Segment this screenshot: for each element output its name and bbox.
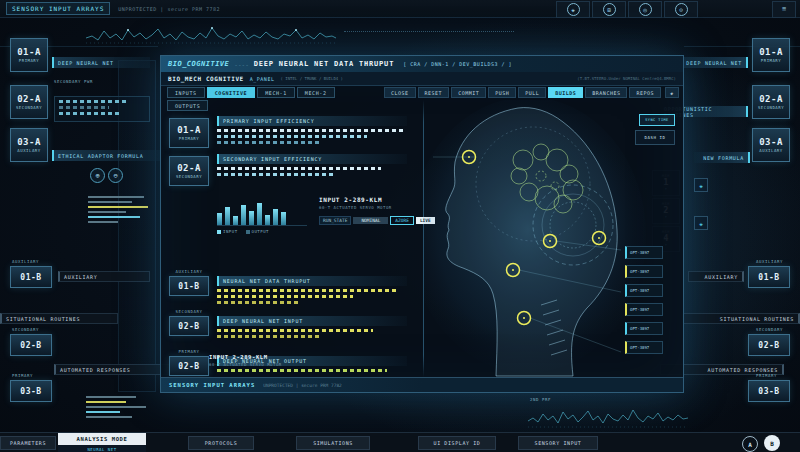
grid-button[interactable]: ⊞ xyxy=(592,1,626,18)
branches-button[interactable]: BRANCHES xyxy=(585,87,627,98)
tab-sensory-input[interactable]: SENSORY INPUT xyxy=(518,436,598,450)
opt-box[interactable]: OPT-3897 xyxy=(625,341,663,354)
slot-id-label: 03-A xyxy=(17,137,41,147)
opt-label: OPT-3897 xyxy=(630,307,649,312)
tab-analysis-mode[interactable]: ANALYSIS MODE NEURAL NET xyxy=(58,433,146,452)
left-slot-02a[interactable]: 02-A SECONDARY xyxy=(10,85,48,119)
close-button[interactable]: CLOSE xyxy=(384,87,416,98)
footer-note-subtitle: 60-T ACTUATED SERVO MOTOR xyxy=(209,362,282,367)
right-slot-01b[interactable]: 01-B xyxy=(748,266,790,288)
meter-row-02b-primary: PRIMARY 02-B DEEP NEURAL NET OUTPUT xyxy=(169,356,419,372)
diamond-icon[interactable]: ◈ xyxy=(694,216,708,230)
footer-bar-title: SENSORY INPUT ARRAYS xyxy=(169,382,255,388)
sub-title: BIO_MECH COGNITIVE xyxy=(168,75,244,82)
left-slot-01b[interactable]: 01-B xyxy=(10,266,52,288)
wslot-02a[interactable]: 02-A SECONDARY xyxy=(169,156,209,186)
right-label-primary: PRIMARY xyxy=(756,373,777,378)
left-slot-03b[interactable]: 03-B xyxy=(10,380,52,402)
azore-badge[interactable]: AZORE xyxy=(390,216,414,225)
button-a[interactable]: A xyxy=(742,436,758,452)
repos-button[interactable]: REPOS xyxy=(629,87,661,98)
tab-cognitive[interactable]: COGNITIVE xyxy=(207,87,256,98)
eq-legend: INPUT OUTPUT xyxy=(217,229,269,234)
right-tag-situational-routines: SITUATIONAL ROUTINES xyxy=(682,313,800,324)
wslot-01b[interactable]: 01-B xyxy=(169,276,209,296)
power-button[interactable]: ⊙ xyxy=(664,1,698,18)
reset-button[interactable]: RESET xyxy=(418,87,450,98)
right-slot-03a[interactable]: 03-A AUXILARY xyxy=(752,128,790,162)
target-button[interactable]: ◎ xyxy=(628,1,662,18)
run-state-value: NOMINAL xyxy=(353,217,388,224)
push-button[interactable]: PUSH xyxy=(488,87,516,98)
slot-id-label: 01-A xyxy=(17,47,41,57)
slot-id-label: 02-A xyxy=(759,94,783,104)
dash-meter xyxy=(217,329,373,332)
tab-mech-1[interactable]: MECH-1 xyxy=(257,87,295,98)
left-slot-03a[interactable]: 03-A AUXILARY xyxy=(10,128,48,162)
tab-parameters[interactable]: PARAMETERS xyxy=(0,436,56,450)
right-tag-auxiliary: AUXILIARY xyxy=(688,271,744,282)
servo-block: INPUT OUTPUT INPUT 2-289-KLM 60-T ACTUAT… xyxy=(169,196,419,236)
wslot-02b-primary[interactable]: 02-B xyxy=(169,356,209,376)
left-tag-ethical-adaptor: ETHICAL ADAPTOR FORMULA xyxy=(52,150,160,161)
minus-icon[interactable]: ⊖ xyxy=(108,168,123,183)
window-titlebar[interactable]: BIO_COGNITIVE ---- DEEP NEURAL NET DATA … xyxy=(161,56,683,73)
slot-id-label: 02-B xyxy=(178,322,199,331)
window-tabs: INPUTS COGNITIVE MECH-1 MECH-2 xyxy=(167,87,335,98)
right-slot-02a[interactable]: 02-A SECONDARY xyxy=(752,85,790,119)
meter-header: NEURAL NET DATA THRUPUT xyxy=(217,276,407,286)
slot-id-label: 03-A xyxy=(759,137,783,147)
right-slot-02b[interactable]: 02-B xyxy=(748,334,790,356)
right-slot-01a[interactable]: 01-A PRIMARY xyxy=(752,38,790,72)
window-app-name: BIO_COGNITIVE xyxy=(168,60,229,68)
opt-box[interactable]: OPT-3897 xyxy=(625,284,663,297)
meter-row-02b: SECONDARY 02-B DEEP NEURAL NET INPUT xyxy=(169,316,419,338)
slot-type-label: AUXILARY xyxy=(759,148,782,153)
slot-id-label: 03-B xyxy=(20,387,41,396)
top-meta: UNPROTECTED | secure PRM 7782 xyxy=(118,6,220,12)
left-tag-situational-routines: SITUATIONAL ROUTINES xyxy=(0,313,118,324)
tab-ui-display-id[interactable]: UI DISPLAY ID xyxy=(418,436,496,450)
tab-inputs[interactable]: INPUTS xyxy=(167,87,205,98)
right-slot-03b[interactable]: 03-B xyxy=(748,380,790,402)
diamond-icon[interactable]: ◈ xyxy=(694,178,708,192)
dash-id-button[interactable]: DASH ID xyxy=(635,130,675,145)
sub-panel: A_PANEL xyxy=(250,76,275,82)
left-slot-02b[interactable]: 02-B xyxy=(10,334,52,356)
opt-box[interactable]: OPT-3897 xyxy=(625,246,663,259)
wslot-02b[interactable]: 02-B xyxy=(169,316,209,336)
commit-button[interactable]: COMMIT xyxy=(451,87,486,98)
builds-button[interactable]: BUILDS xyxy=(548,87,583,98)
window-footer-bar: SENSORY INPUT ARRAYS UNPROTECTED | secur… xyxy=(161,377,683,392)
tab-outputs[interactable]: OUTPUTS xyxy=(167,100,208,111)
top-icon-cluster: ◈ ⊞ ◎ ⊙ xyxy=(556,1,698,18)
slot-id-label: 01-B xyxy=(178,282,199,291)
footer-note-title: INPUT 2-289-KLM xyxy=(209,354,282,360)
menu-button[interactable]: ≡ xyxy=(772,1,796,18)
left-readout xyxy=(88,196,148,226)
left-label-auxiliary: AUXILIARY xyxy=(12,259,39,264)
tab-mech-2[interactable]: MECH-2 xyxy=(297,87,335,98)
sync-time-button[interactable]: SYNC TIME xyxy=(639,114,675,126)
left-slot-01a[interactable]: 01-A PRIMARY xyxy=(10,38,48,72)
slot-type-label: SECONDARY xyxy=(169,309,209,314)
opt-box[interactable]: OPT-3897 xyxy=(625,265,663,278)
wslot-01b-wrap: AUXILIARY 01-B xyxy=(169,269,209,296)
wslot-01a[interactable]: 01-A PRIMARY xyxy=(169,118,209,148)
panel-corner-button[interactable]: ◈ xyxy=(665,87,679,98)
slot-id-label: 02-B xyxy=(758,341,779,350)
pull-button[interactable]: PULL xyxy=(518,87,546,98)
opt-box[interactable]: OPT-3897 xyxy=(625,322,663,335)
app-switch-button[interactable]: ◈ xyxy=(556,1,590,18)
opt-box[interactable]: OPT-3897 xyxy=(625,303,663,316)
tab-simulations[interactable]: SIMULATIONS xyxy=(296,436,370,450)
legend-output: OUTPUT xyxy=(246,229,269,234)
tab-analysis-label: ANALYSIS MODE xyxy=(58,433,146,445)
dash-meter xyxy=(217,301,301,304)
tab-protocols[interactable]: PROTOCOLS xyxy=(188,436,254,450)
plus-icon[interactable]: ⊕ xyxy=(90,168,105,183)
opt-label: OPT-3897 xyxy=(630,269,649,274)
power-icon: ⊙ xyxy=(675,3,688,16)
button-b[interactable]: B xyxy=(764,435,780,451)
wslot-02b-wrap: SECONDARY 02-B xyxy=(169,309,209,336)
